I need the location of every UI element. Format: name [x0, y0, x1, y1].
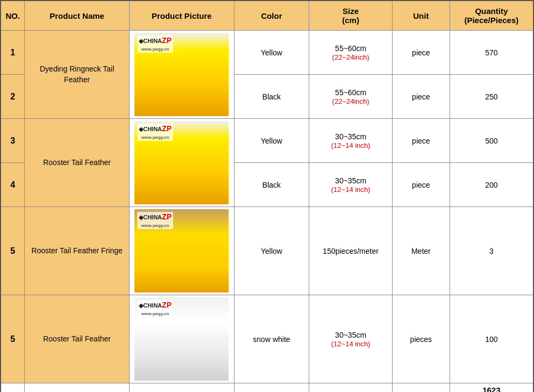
- header-no: NO.: [1, 1, 25, 31]
- row-size-2: 55~60cm (22~24inch): [309, 75, 393, 119]
- row-size-1: 55~60cm (22~24inch): [309, 31, 393, 75]
- table-row: 5 Rooster Tail Feather ◆CHINAZP www.ywgy…: [1, 295, 533, 383]
- header-size: Size (cm): [309, 1, 393, 31]
- row-no-3: 3: [1, 119, 25, 163]
- row-unit-5: Meter: [393, 207, 450, 295]
- brand-logo-1: ◆CHINAZP www.ywgy.cn: [137, 35, 173, 53]
- header-qty-line1: Quantity: [475, 6, 508, 16]
- row-unit-6: pieces: [393, 295, 450, 383]
- row-unit-2: piece: [393, 75, 450, 119]
- row-image-1: ◆CHINAZP www.ywgy.cn: [129, 31, 234, 119]
- table-row: 1 Dyeding Ringneck Tail Feather ◆CHINAZP…: [1, 31, 533, 75]
- table-row: 5 Rooster Tail Feather Fringe ◆CHINAZP w…: [1, 207, 533, 295]
- header-product-picture: Product Picture: [129, 1, 234, 31]
- row-color-4: Black: [234, 163, 309, 207]
- row-name-5: Rooster Tail Feather Fringe: [25, 207, 129, 295]
- row-no-6: 5: [1, 295, 25, 383]
- row-image-5: ◆CHINAZP www.ywgy.cn: [129, 207, 234, 295]
- total-row: 1623: [1, 383, 533, 393]
- row-name-1: Dyeding Ringneck Tail Feather: [25, 31, 129, 119]
- brand-logo-3: ◆CHINAZP www.ywgy.cn: [137, 124, 173, 141]
- row-qty-1: 570: [450, 31, 533, 75]
- row-no-4: 4: [1, 163, 25, 207]
- total-empty-4: [309, 383, 393, 393]
- row-color-1: Yellow: [234, 31, 309, 75]
- brand-logo-6: ◆CHINAZP www.ywgy.cn: [137, 300, 173, 317]
- header-product-name: Product Name: [25, 1, 129, 31]
- row-qty-3: 500: [450, 119, 533, 163]
- total-label: [1, 383, 25, 393]
- product-table: NO. Product Name Product Picture Color S…: [0, 0, 534, 392]
- total-empty-2: [129, 383, 234, 393]
- header-qty-line2: (Piece/Pieces): [464, 16, 518, 25]
- header-quantity: Quantity (Piece/Pieces): [450, 1, 533, 31]
- total-empty-5: [393, 383, 450, 393]
- table-row: 3 Rooster Tail Feather ◆CHINAZP www.ywgy…: [1, 119, 533, 163]
- row-no-5: 5: [1, 207, 25, 295]
- row-size-4: 30~35cm (12~14 inch): [309, 163, 393, 207]
- row-size-3: 30~35cm (12~14 inch): [309, 119, 393, 163]
- row-qty-4: 200: [450, 163, 533, 207]
- row-name-3: Rooster Tail Feather: [25, 119, 129, 207]
- row-color-2: Black: [234, 75, 309, 119]
- total-value: 1623: [450, 383, 533, 393]
- header-color: Color: [234, 1, 309, 31]
- total-empty-3: [234, 383, 309, 393]
- row-color-6: snow white: [234, 295, 309, 383]
- row-qty-2: 250: [450, 75, 533, 119]
- row-size-6: 30~35cm (12~14 inch): [309, 295, 393, 383]
- row-name-6: Rooster Tail Feather: [25, 295, 129, 383]
- row-color-5: Yellow: [234, 207, 309, 295]
- row-color-3: Yellow: [234, 119, 309, 163]
- header-size-line1: Size: [343, 6, 359, 16]
- row-image-3: ◆CHINAZP www.ywgy.cn: [129, 119, 234, 207]
- header-unit: Unit: [393, 1, 450, 31]
- row-unit-4: piece: [393, 163, 450, 207]
- row-size-5: 150pieces/meter: [309, 207, 393, 295]
- row-qty-6: 100: [450, 295, 533, 383]
- row-unit-3: piece: [393, 119, 450, 163]
- total-empty-1: [25, 383, 129, 393]
- row-unit-1: piece: [393, 31, 450, 75]
- row-no-1: 1: [1, 31, 25, 75]
- row-qty-5: 3: [450, 207, 533, 295]
- row-no-2: 2: [1, 75, 25, 119]
- header-size-line2: (cm): [342, 16, 359, 25]
- brand-logo-5: ◆CHINAZP www.ywgy.cn: [137, 212, 173, 229]
- row-image-6: ◆CHINAZP www.ywgy.cn: [129, 295, 234, 383]
